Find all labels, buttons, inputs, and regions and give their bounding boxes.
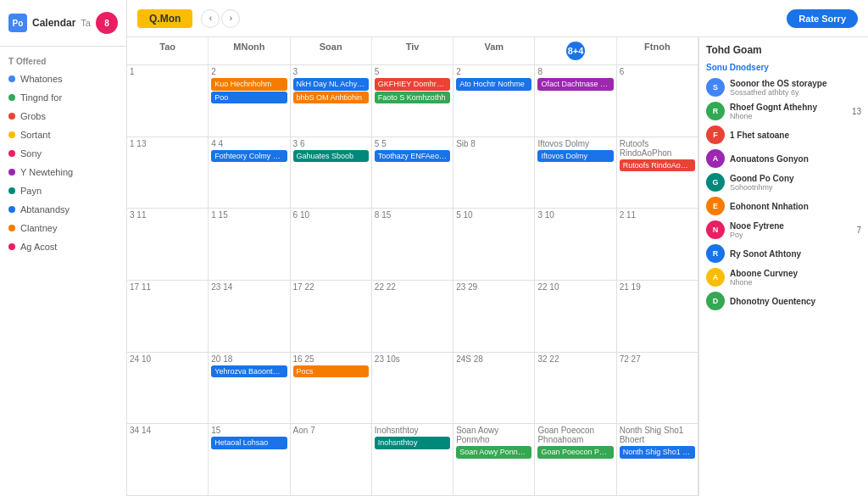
cal-cell-1-5[interactable]: Iftovos DolmyIftovos Dolmy (535, 137, 616, 209)
cal-cell-5-6[interactable]: Nonth Shig Sho1 BhoertNonth Shig Sho1 Bh… (617, 424, 698, 496)
event-0-1-0[interactable]: Kuo Hechnhohm (211, 78, 287, 91)
cal-cell-5-1[interactable]: 15Hetaoal Lohsao (209, 424, 290, 496)
cal-cell-2-2[interactable]: 6 10 (291, 209, 372, 281)
contact-info-3: Aonuatons Gonyon (730, 154, 809, 164)
event-4-2-0[interactable]: Pocs (293, 365, 369, 378)
sidebar-item-7[interactable]: Abtanandsy (0, 200, 120, 219)
contact-item-6[interactable]: NNooe FytrenePoy7 (706, 218, 861, 242)
cal-cell-4-2[interactable]: 16 25Pocs (291, 353, 372, 425)
cal-cell-4-5[interactable]: 32 22 (535, 353, 616, 425)
cal-cell-3-3[interactable]: 22 22 (372, 281, 453, 353)
contact-item-9[interactable]: DDhonotny Ouentency (706, 289, 861, 313)
app-logo: Po (8, 14, 27, 32)
sidebar-item-1[interactable]: Tingnd for (0, 88, 120, 107)
contact-item-1[interactable]: RRhoef Gognt AthehnyNhone13 (706, 99, 861, 123)
cal-cell-0-1[interactable]: 2Kuo HechnhohmPoo (209, 65, 290, 137)
user-avatar[interactable]: 8 (96, 12, 118, 34)
contact-item-5[interactable]: EEohonont Nnhation (706, 194, 861, 218)
sidebar-item-2[interactable]: Grobs (0, 107, 120, 125)
sidebar-item-9[interactable]: Ag Acost (0, 237, 120, 256)
cell-date-4-3: 23 10s (375, 354, 450, 364)
contact-item-8[interactable]: AAboone CurvneyNhone (706, 265, 861, 289)
cell-date-3-1: 23 14 (211, 282, 287, 292)
cal-cell-3-1[interactable]: 23 14 (209, 281, 290, 353)
event-5-5-0[interactable]: Goan Poeocon Phnoahoam (537, 446, 613, 459)
contact-sub-1: Nhone (730, 112, 817, 120)
cal-cell-1-6[interactable]: Rutoofs RindoAoPhonRutoofs RindoAoPhon (617, 137, 698, 209)
cal-cell-5-0[interactable]: 34 14 (127, 424, 209, 496)
cal-cell-3-4[interactable]: 23 29 (453, 281, 535, 353)
cal-cell-0-6[interactable]: 6 (617, 65, 698, 137)
cal-cell-0-5[interactable]: 8Ofact Dachtnase Fhoy (535, 65, 616, 137)
event-5-4-0[interactable]: Soan Aowy Ponnvho (456, 446, 531, 459)
sidebar-item-5[interactable]: Y Newtehing (0, 163, 120, 181)
event-1-1-0[interactable]: Fothteory Colmy Bhzeye (211, 150, 287, 163)
event-5-3-0[interactable]: Inohsnthtoy (375, 437, 450, 449)
cal-cell-4-3[interactable]: 23 10s (372, 353, 453, 425)
cal-cell-5-3[interactable]: InohsnthtoyInohsnthtoy (372, 424, 453, 496)
cal-cell-2-0[interactable]: 3 11 (127, 209, 209, 281)
contact-item-2[interactable]: F1 Fhet satoane (706, 123, 861, 147)
cal-cell-2-1[interactable]: 1 15 (209, 209, 290, 281)
cal-cell-4-4[interactable]: 24S 28 (453, 353, 535, 425)
cal-cell-0-4[interactable]: 2Ato Hochtr Nothme (453, 65, 535, 137)
cal-cell-3-6[interactable]: 21 19 (617, 281, 698, 353)
event-5-1-0[interactable]: Hetaoal Lohsao (211, 437, 287, 449)
cal-header-5: 8+4 (535, 37, 616, 64)
contact-item-4[interactable]: GGoond Po ConySohootnhmy (706, 170, 861, 194)
month-label[interactable]: Q.Mon (137, 9, 192, 28)
cal-cell-1-4[interactable]: Sib 8 (453, 137, 535, 209)
cal-cell-1-3[interactable]: 5 5Toothazy ENFAeohin Phr oknoan (372, 137, 453, 209)
contact-item-0[interactable]: SSoonor the OS storaypeSossathed athbty … (706, 75, 861, 99)
event-0-3-0[interactable]: GKFHIEY Domhrhge (375, 78, 450, 91)
contact-num-6: 7 (856, 226, 861, 235)
sidebar-item-3[interactable]: Sortant (0, 125, 120, 144)
cal-cell-5-5[interactable]: Goan Poeocon PhnoahoamGoan Poeocon Phnoa… (535, 424, 616, 496)
cal-cell-0-0[interactable]: 1 (127, 65, 209, 137)
sidebar-item-4[interactable]: Sony (0, 144, 120, 163)
cal-cell-1-0[interactable]: 1 13 (127, 137, 209, 209)
cal-cell-3-2[interactable]: 17 22 (291, 281, 372, 353)
cal-cell-2-3[interactable]: 8 15 (372, 209, 453, 281)
event-5-6-0[interactable]: Nonth Shig Sho1 Bhoert (620, 446, 695, 459)
event-1-2-0[interactable]: Gahuates Sboob (293, 150, 369, 163)
event-1-6-0[interactable]: Rutoofs RindoAoPhon (620, 159, 695, 172)
event-0-2-0[interactable]: NkH Day NL Achythom (293, 78, 369, 91)
cal-cell-4-6[interactable]: 72 27 (617, 353, 698, 425)
contact-item-7[interactable]: RRy Sonot Athtony (706, 242, 861, 265)
cell-date-0-3: 5 (375, 67, 450, 76)
contact-item-3[interactable]: AAonuatons Gonyon (706, 147, 861, 170)
rate-sorry-button[interactable]: Rate Sorry (787, 9, 858, 28)
prev-arrow[interactable]: ‹ (201, 9, 220, 28)
cal-cell-5-2[interactable]: Aon 7 (291, 424, 372, 496)
sidebar-dot-4 (8, 150, 15, 157)
sidebar-item-6[interactable]: Payn (0, 181, 120, 200)
cal-cell-2-4[interactable]: 5 10 (453, 209, 535, 281)
cal-cell-2-6[interactable]: 2 11 (617, 209, 698, 281)
cal-cell-3-0[interactable]: 17 11 (127, 281, 209, 353)
event-1-5-0[interactable]: Iftovos Dolmy (537, 150, 613, 163)
sidebar: Po Calendar Ta 8 T Offered WhatonesTingn… (0, 0, 127, 496)
cal-cell-1-2[interactable]: 3 6Gahuates Sboob (291, 137, 372, 209)
event-1-3-0[interactable]: Toothazy ENFAeohin Phr oknoan (375, 150, 450, 163)
cal-cell-4-1[interactable]: 20 18Yehrozva BaoontAhme (209, 353, 290, 425)
sidebar-item-8[interactable]: Clantney (0, 219, 120, 237)
cal-cell-2-5[interactable]: 3 10 (535, 209, 616, 281)
event-0-2-1[interactable]: bhbS OM Anhtiohin (293, 92, 369, 104)
event-4-1-0[interactable]: Yehrozva BaoontAhme (211, 365, 287, 378)
cal-cell-4-0[interactable]: 24 10 (127, 353, 209, 425)
event-0-3-1[interactable]: Faoto S Komhzothh (375, 92, 450, 104)
today-badge: 8+4 (566, 42, 585, 60)
event-0-1-1[interactable]: Poo (211, 92, 287, 104)
sidebar-item-0[interactable]: Whatones (0, 70, 120, 88)
cell-date-0-1: 2 (211, 67, 287, 76)
cal-cell-3-5[interactable]: 22 10 (535, 281, 616, 353)
cal-cell-0-3[interactable]: 5GKFHIEY DomhrhgeFaoto S Komhzothh (372, 65, 453, 137)
cal-cell-0-2[interactable]: 3NkH Day NL AchythombhbS OM Anhtiohin (291, 65, 372, 137)
contact-num-1: 13 (852, 107, 861, 116)
cal-cell-5-4[interactable]: Soan Aowy PonnvhoSoan Aowy Ponnvho (453, 424, 535, 496)
next-arrow[interactable]: › (221, 9, 240, 28)
event-0-5-0[interactable]: Ofact Dachtnase Fhoy (537, 78, 613, 91)
event-0-4-0[interactable]: Ato Hochtr Nothme (456, 78, 531, 91)
cal-cell-1-1[interactable]: 4 4Fothteory Colmy Bhzeye (209, 137, 290, 209)
